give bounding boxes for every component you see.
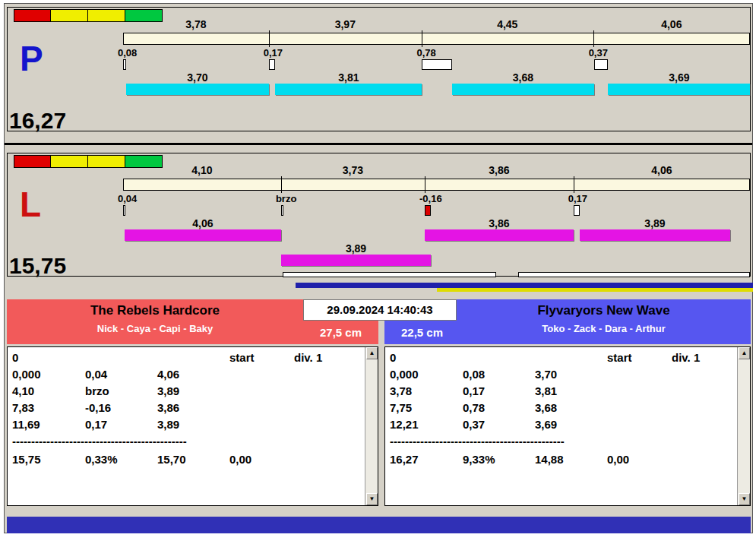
exchange-duration-bar <box>281 205 283 216</box>
bottom-status-strip <box>7 517 751 533</box>
table-cell: 0,04 <box>85 367 107 382</box>
table-cell: 7,83 <box>12 400 34 416</box>
exchange-time-label: 0,78 <box>416 47 435 59</box>
exchange-time-label: 0,17 <box>264 47 283 59</box>
split-time-label: 4,06 <box>593 18 750 30</box>
table-row: ----------------------------------------… <box>385 434 737 451</box>
table-cell: 0,000 <box>12 367 41 382</box>
exchange-time-label: 0,04 <box>118 193 137 204</box>
leg-duration-bar <box>608 84 750 95</box>
leg-duration-bar <box>126 84 269 95</box>
leg-time-label: 4,06 <box>125 217 281 229</box>
leg-time-label: 3,81 <box>275 71 422 84</box>
exchange-time-label: -0,16 <box>419 193 442 204</box>
table-cell: 15,75 <box>12 452 41 467</box>
scroll-down-icon: ▼ <box>369 495 375 502</box>
exchange-duration-bar <box>425 205 431 216</box>
table-row: ----------------------------------------… <box>8 434 365 451</box>
exchange-duration-bar <box>594 59 609 70</box>
table-cell: 0,00 <box>229 452 251 467</box>
table-cell: 0,37 <box>463 417 485 432</box>
table-cell: 0 <box>12 350 18 365</box>
exchange-time-label: 0,37 <box>589 47 608 59</box>
table-cell: 0,33% <box>85 452 118 467</box>
split-time-label: 4,45 <box>422 18 593 30</box>
leg-time-label: 3,86 <box>425 217 574 229</box>
panel-divider <box>5 143 752 145</box>
split-tick <box>593 30 594 47</box>
table-cell: 15,70 <box>157 452 186 467</box>
table-cell: ----------------------------------------… <box>390 434 565 449</box>
exchange-duration-bar <box>123 205 125 216</box>
scroll-up-button[interactable]: ▲ <box>739 347 750 359</box>
leg-duration-bar <box>452 84 594 95</box>
table-row: 0,0000,083,70 <box>385 367 737 384</box>
measure-right: 22,5 cm <box>384 321 460 344</box>
split-time-label: 3,86 <box>425 164 574 176</box>
overlay-bar <box>283 272 496 277</box>
table-cell: 3,81 <box>535 384 557 399</box>
table-row: 0startdiv. 1 <box>385 350 737 367</box>
table-cell: 3,68 <box>535 400 557 416</box>
scroll-up-icon: ▲ <box>742 349 748 356</box>
exchange-duration-bar <box>123 59 126 70</box>
table-cell: 14,88 <box>535 452 564 467</box>
exchange-time-label: brzo <box>276 193 296 204</box>
table-cell: 3,78 <box>390 384 412 399</box>
datetime-display: 29.09.2024 14:40:43 <box>303 299 457 321</box>
exchange-duration-bar <box>269 59 276 70</box>
scroll-down-button[interactable]: ▼ <box>366 493 378 505</box>
table-row: 16,279,33%14,880,00 <box>385 452 737 469</box>
table-cell: 3,86 <box>157 400 179 416</box>
scroll-up-icon: ▲ <box>369 349 375 356</box>
split-timeline-bar <box>123 179 750 191</box>
results-table-right: 0startdiv. 10,0000,083,703,780,173,817,7… <box>384 346 751 506</box>
lane-panel-p: P 16,27 3,783,974,454,060,083,700,173,81… <box>7 7 751 131</box>
leg-duration-bar <box>580 229 729 241</box>
vertical-scrollbar[interactable]: ▲ ▼ <box>737 347 750 505</box>
table-cell: ----------------------------------------… <box>12 434 187 449</box>
table-cell: 0,08 <box>463 367 485 382</box>
table-row: 0,0000,044,06 <box>8 367 365 384</box>
table-cell: brzo <box>85 384 109 399</box>
table-cell: 0,78 <box>463 400 485 416</box>
table-cell: 16,27 <box>390 452 419 467</box>
table-cell: 3,70 <box>535 367 557 382</box>
table-row: 11,690,173,89 <box>8 417 365 434</box>
split-time-label: 4,06 <box>574 164 750 176</box>
split-tick <box>425 176 425 193</box>
team-members-left: Nick - Caya - Capi - Baky <box>7 323 303 334</box>
leg-duration-bar <box>275 84 422 95</box>
scroll-down-icon: ▼ <box>742 495 748 502</box>
table-row: 3,780,173,81 <box>385 384 737 400</box>
split-timeline-bar <box>123 33 750 45</box>
overlay-bar <box>296 283 753 288</box>
table-row: 15,750,33%15,700,00 <box>8 452 365 469</box>
split-time-label: 3,73 <box>281 164 425 176</box>
table-cell: 11,69 <box>12 417 40 432</box>
table-cell: 0 <box>390 350 396 365</box>
split-tick <box>281 176 282 193</box>
table-row: 12,210,373,69 <box>385 417 737 434</box>
table-cell: 0,00 <box>607 452 629 467</box>
vertical-scrollbar[interactable]: ▲ ▼ <box>365 347 378 505</box>
scroll-down-button[interactable]: ▼ <box>739 493 750 505</box>
exchange-time-label: 0,08 <box>118 47 137 59</box>
split-tick <box>269 30 270 47</box>
table-cell: 3,69 <box>535 417 557 432</box>
table-row: 7,750,783,68 <box>385 400 737 417</box>
app-window: P 16,27 3,783,974,454,060,083,700,173,81… <box>4 3 753 533</box>
overlay-bar <box>518 272 750 277</box>
table-cell: 7,75 <box>390 400 412 416</box>
chart-area-p: 3,783,974,454,060,083,700,173,810,783,68… <box>8 8 750 131</box>
exchange-time-label: 0,17 <box>568 193 587 204</box>
table-cell: 3,89 <box>157 417 179 432</box>
table-cell: 3,89 <box>157 384 179 399</box>
table-cell: start <box>229 350 255 365</box>
leg-duration-bar <box>281 255 431 266</box>
leg-time-label: 3,68 <box>452 71 594 84</box>
table-row: 4,10brzo3,89 <box>8 384 365 400</box>
team-name-right: Flyvaryors New Wave <box>457 303 751 318</box>
leg-duration-bar <box>425 229 574 241</box>
scroll-up-button[interactable]: ▲ <box>366 347 378 359</box>
